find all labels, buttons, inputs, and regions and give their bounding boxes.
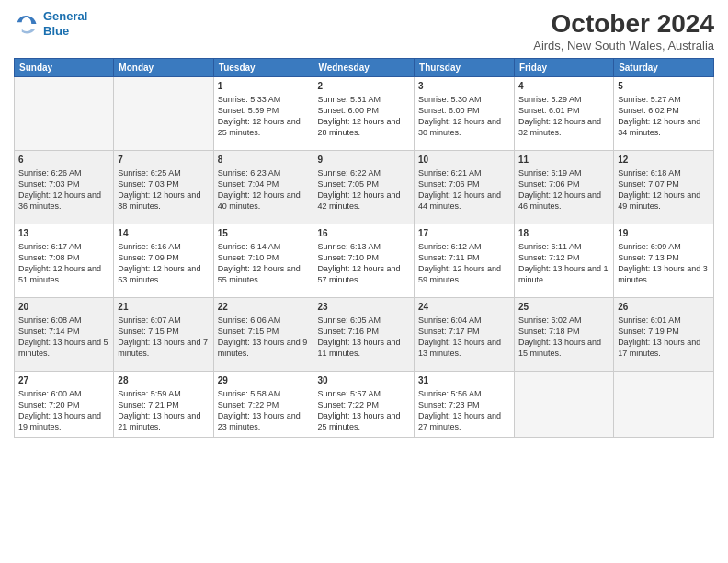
day-info: Sunrise: 6:11 AMSunset: 7:12 PMDaylight:… xyxy=(518,241,609,286)
calendar-cell: 14Sunrise: 6:16 AMSunset: 7:09 PMDayligh… xyxy=(114,224,213,298)
day-info: Sunrise: 5:27 AMSunset: 6:02 PMDaylight:… xyxy=(618,94,710,139)
calendar-cell: 29Sunrise: 5:58 AMSunset: 7:22 PMDayligh… xyxy=(213,372,313,438)
calendar-cell: 28Sunrise: 5:59 AMSunset: 7:21 PMDayligh… xyxy=(114,372,213,438)
day-number: 4 xyxy=(518,80,609,93)
day-info: Sunrise: 6:21 AMSunset: 7:06 PMDaylight:… xyxy=(418,167,510,213)
calendar-cell: 13Sunrise: 6:17 AMSunset: 7:08 PMDayligh… xyxy=(15,224,114,298)
calendar-cell: 12Sunrise: 6:18 AMSunset: 7:07 PMDayligh… xyxy=(614,151,714,224)
calendar-cell: 26Sunrise: 6:01 AMSunset: 7:19 PMDayligh… xyxy=(614,298,714,372)
day-info: Sunrise: 6:05 AMSunset: 7:16 PMDaylight:… xyxy=(317,315,410,360)
day-info: Sunrise: 6:00 AMSunset: 7:20 PMDaylight:… xyxy=(18,388,109,433)
day-info: Sunrise: 6:06 AMSunset: 7:15 PMDaylight:… xyxy=(218,315,310,360)
day-info: Sunrise: 5:31 AMSunset: 6:00 PMDaylight:… xyxy=(317,94,410,139)
day-number: 12 xyxy=(618,154,710,167)
day-number: 13 xyxy=(18,227,109,240)
day-info: Sunrise: 6:02 AMSunset: 7:18 PMDaylight:… xyxy=(518,315,609,360)
day-number: 18 xyxy=(518,227,609,240)
day-info: Sunrise: 6:17 AMSunset: 7:08 PMDaylight:… xyxy=(18,241,109,286)
calendar-cell: 27Sunrise: 6:00 AMSunset: 7:20 PMDayligh… xyxy=(15,372,114,438)
day-info: Sunrise: 6:16 AMSunset: 7:09 PMDaylight:… xyxy=(118,241,209,286)
day-info: Sunrise: 6:18 AMSunset: 7:07 PMDaylight:… xyxy=(618,167,710,213)
calendar-cell: 21Sunrise: 6:07 AMSunset: 7:15 PMDayligh… xyxy=(114,298,213,372)
page: General Blue October 2024 Airds, New Sou… xyxy=(0,0,728,563)
calendar-cell: 24Sunrise: 6:04 AMSunset: 7:17 PMDayligh… xyxy=(415,298,515,372)
calendar-cell: 19Sunrise: 6:09 AMSunset: 7:13 PMDayligh… xyxy=(614,224,714,298)
location: Airds, New South Wales, Australia xyxy=(533,39,714,52)
calendar-cell: 20Sunrise: 6:08 AMSunset: 7:14 PMDayligh… xyxy=(15,298,114,372)
day-number: 11 xyxy=(518,154,609,167)
logo-icon xyxy=(14,11,40,37)
day-info: Sunrise: 6:14 AMSunset: 7:10 PMDaylight:… xyxy=(218,241,310,286)
day-info: Sunrise: 6:19 AMSunset: 7:06 PMDaylight:… xyxy=(518,167,609,213)
logo-text: General Blue xyxy=(43,9,87,38)
calendar-header-row: SundayMondayTuesdayWednesdayThursdayFrid… xyxy=(15,59,714,77)
calendar-cell: 6Sunrise: 6:26 AMSunset: 7:03 PMDaylight… xyxy=(15,151,114,224)
col-header-sunday: Sunday xyxy=(15,59,114,77)
day-number: 14 xyxy=(118,227,209,240)
calendar-cell xyxy=(515,372,614,438)
calendar-cell: 3Sunrise: 5:30 AMSunset: 6:00 PMDaylight… xyxy=(415,77,515,151)
day-number: 2 xyxy=(317,80,410,93)
day-info: Sunrise: 5:33 AMSunset: 5:59 PMDaylight:… xyxy=(218,94,310,139)
day-number: 1 xyxy=(218,80,310,93)
day-info: Sunrise: 6:07 AMSunset: 7:15 PMDaylight:… xyxy=(118,315,209,360)
col-header-thursday: Thursday xyxy=(415,59,515,77)
calendar-cell xyxy=(15,77,114,151)
calendar: SundayMondayTuesdayWednesdayThursdayFrid… xyxy=(14,58,714,438)
day-info: Sunrise: 6:01 AMSunset: 7:19 PMDaylight:… xyxy=(618,315,710,360)
calendar-cell: 8Sunrise: 6:23 AMSunset: 7:04 PMDaylight… xyxy=(213,151,313,224)
day-info: Sunrise: 5:57 AMSunset: 7:22 PMDaylight:… xyxy=(317,388,410,433)
calendar-week-1: 1Sunrise: 5:33 AMSunset: 5:59 PMDaylight… xyxy=(15,77,714,151)
day-number: 17 xyxy=(418,227,510,240)
day-info: Sunrise: 6:09 AMSunset: 7:13 PMDaylight:… xyxy=(618,241,710,286)
day-info: Sunrise: 6:23 AMSunset: 7:04 PMDaylight:… xyxy=(218,167,310,213)
day-info: Sunrise: 6:22 AMSunset: 7:05 PMDaylight:… xyxy=(317,167,410,213)
day-number: 16 xyxy=(317,227,410,240)
logo: General Blue xyxy=(14,9,87,38)
day-number: 3 xyxy=(418,80,510,93)
col-header-wednesday: Wednesday xyxy=(313,59,415,77)
day-number: 9 xyxy=(317,154,410,167)
calendar-week-3: 13Sunrise: 6:17 AMSunset: 7:08 PMDayligh… xyxy=(15,224,714,298)
day-info: Sunrise: 5:29 AMSunset: 6:01 PMDaylight:… xyxy=(518,94,609,139)
col-header-monday: Monday xyxy=(114,59,213,77)
calendar-cell: 17Sunrise: 6:12 AMSunset: 7:11 PMDayligh… xyxy=(415,224,515,298)
calendar-cell: 18Sunrise: 6:11 AMSunset: 7:12 PMDayligh… xyxy=(515,224,614,298)
calendar-week-5: 27Sunrise: 6:00 AMSunset: 7:20 PMDayligh… xyxy=(15,372,714,438)
calendar-cell: 25Sunrise: 6:02 AMSunset: 7:18 PMDayligh… xyxy=(515,298,614,372)
day-number: 31 xyxy=(418,374,510,387)
calendar-cell: 23Sunrise: 6:05 AMSunset: 7:16 PMDayligh… xyxy=(313,298,415,372)
calendar-cell: 11Sunrise: 6:19 AMSunset: 7:06 PMDayligh… xyxy=(515,151,614,224)
calendar-cell: 9Sunrise: 6:22 AMSunset: 7:05 PMDaylight… xyxy=(313,151,415,224)
month-title: October 2024 xyxy=(533,9,714,39)
calendar-cell xyxy=(114,77,213,151)
calendar-cell: 1Sunrise: 5:33 AMSunset: 5:59 PMDaylight… xyxy=(213,77,313,151)
day-info: Sunrise: 5:58 AMSunset: 7:22 PMDaylight:… xyxy=(218,388,310,433)
day-number: 15 xyxy=(218,227,310,240)
calendar-cell: 10Sunrise: 6:21 AMSunset: 7:06 PMDayligh… xyxy=(415,151,515,224)
day-info: Sunrise: 6:08 AMSunset: 7:14 PMDaylight:… xyxy=(18,315,109,360)
day-number: 24 xyxy=(418,301,510,314)
calendar-cell: 15Sunrise: 6:14 AMSunset: 7:10 PMDayligh… xyxy=(213,224,313,298)
day-number: 20 xyxy=(18,301,109,314)
day-number: 6 xyxy=(18,154,109,167)
col-header-saturday: Saturday xyxy=(614,59,714,77)
day-info: Sunrise: 5:56 AMSunset: 7:23 PMDaylight:… xyxy=(418,388,510,433)
calendar-week-4: 20Sunrise: 6:08 AMSunset: 7:14 PMDayligh… xyxy=(15,298,714,372)
day-number: 8 xyxy=(218,154,310,167)
day-number: 10 xyxy=(418,154,510,167)
day-number: 7 xyxy=(118,154,209,167)
calendar-cell: 31Sunrise: 5:56 AMSunset: 7:23 PMDayligh… xyxy=(415,372,515,438)
day-number: 22 xyxy=(218,301,310,314)
col-header-tuesday: Tuesday xyxy=(213,59,313,77)
header: General Blue October 2024 Airds, New Sou… xyxy=(14,9,714,52)
day-number: 30 xyxy=(317,374,410,387)
day-number: 25 xyxy=(518,301,609,314)
calendar-cell xyxy=(614,372,714,438)
day-number: 26 xyxy=(618,301,710,314)
title-block: October 2024 Airds, New South Wales, Aus… xyxy=(533,9,714,52)
day-number: 5 xyxy=(618,80,710,93)
col-header-friday: Friday xyxy=(515,59,614,77)
day-number: 19 xyxy=(618,227,710,240)
day-info: Sunrise: 6:26 AMSunset: 7:03 PMDaylight:… xyxy=(18,167,109,213)
